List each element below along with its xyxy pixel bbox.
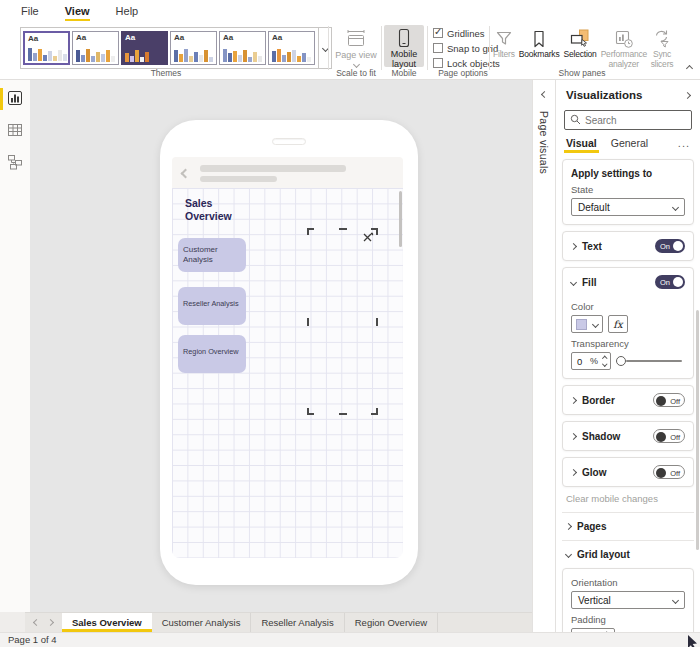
tab-general[interactable]: General: [611, 137, 648, 153]
page-tab-customer-analysis[interactable]: Customer Analysis: [152, 613, 252, 632]
bookmarks-button[interactable]: Bookmarks: [517, 25, 562, 61]
search-box[interactable]: [564, 110, 692, 130]
conditional-formatting-fx-button[interactable]: fx: [608, 315, 628, 333]
selection-icon: [569, 28, 591, 50]
report-canvas: Sales Overview Customer AnalysisReseller…: [30, 80, 532, 612]
checkbox-box: ✓: [433, 28, 443, 38]
visualizations-pane: Visualizations Visual General ... Apply …: [556, 80, 700, 632]
border-toggle[interactable]: Off: [653, 393, 685, 407]
apply-settings-title: Apply settings to: [571, 168, 685, 179]
page-tab-region-overview[interactable]: Region Overview: [345, 613, 438, 632]
theme-thumbnail-1[interactable]: Aa: [23, 31, 70, 65]
collapse-ribbon-button[interactable]: [687, 62, 692, 73]
slider-knob[interactable]: [616, 356, 626, 366]
model-view-button[interactable]: [0, 150, 30, 176]
performance-analyzer-button[interactable]: Performance analyzer: [599, 25, 649, 71]
visual-tile-region-overview[interactable]: Region Overview: [178, 335, 246, 373]
checkbox-snap-to-grid[interactable]: Snap to grid: [433, 41, 493, 55]
tab-visual[interactable]: Visual: [566, 137, 597, 153]
mobile-group-label: Mobile: [384, 68, 424, 78]
theme-thumbnail-2[interactable]: Aa: [72, 31, 119, 65]
page-tab-sales-overview[interactable]: Sales Overview: [62, 613, 152, 632]
expand-pane-chevron[interactable]: [533, 80, 555, 97]
state-value: Default: [578, 202, 610, 213]
themes-gallery-dropdown[interactable]: [318, 28, 331, 68]
powerbi-desktop-window: FileViewHelp AaAaAaAaAaAa Themes Page vi…: [0, 0, 700, 647]
tile-label: Region Overview: [178, 347, 244, 360]
report-view-button[interactable]: [0, 86, 30, 112]
search-input[interactable]: [585, 115, 686, 126]
toggle-knob: [656, 432, 666, 442]
header-title-placeholder: [200, 165, 346, 172]
fill-section-label: Fill: [582, 277, 649, 288]
pages-section-header[interactable]: Pages: [562, 512, 694, 540]
chevron-down-icon: [565, 551, 572, 558]
fill-section-header[interactable]: Fill On: [563, 268, 693, 296]
next-page-icon[interactable]: [47, 619, 54, 626]
menu-item-view[interactable]: View: [52, 1, 103, 21]
menu-item-help[interactable]: Help: [103, 1, 152, 21]
toggle-state-label: Off: [670, 433, 680, 442]
scale-to-fit-group-label: Scale to fit: [331, 68, 381, 78]
panel-scrollbar[interactable]: [696, 310, 699, 550]
previous-page-icon[interactable]: [33, 619, 40, 626]
close-icon: [362, 232, 374, 244]
grid-layout-section-header[interactable]: Grid layout: [562, 540, 694, 568]
shadow-toggle[interactable]: Off: [653, 429, 685, 443]
color-label: Color: [571, 301, 685, 312]
theme-thumbnail-4[interactable]: Aa: [170, 31, 217, 65]
chevron-down-icon: [570, 278, 577, 285]
transparency-value[interactable]: [577, 356, 587, 367]
menu-item-file[interactable]: File: [8, 1, 52, 21]
glow-toggle[interactable]: Off: [653, 465, 685, 479]
text-toggle[interactable]: On: [655, 239, 685, 253]
visual-tile-reseller-analysis[interactable]: Reseller Analysis: [178, 287, 246, 325]
state-dropdown[interactable]: Default: [571, 198, 685, 216]
selection-button[interactable]: Selection: [561, 25, 598, 61]
data-view-button[interactable]: [0, 118, 30, 144]
text-section: Text On: [562, 231, 694, 261]
sync-slicers-button[interactable]: Sync slicers: [649, 25, 676, 71]
expand-pane-icon[interactable]: [684, 91, 691, 98]
orientation-dropdown[interactable]: Vertical: [571, 591, 685, 609]
toggle-state-label: Off: [670, 469, 680, 478]
page-visuals-collapsed-pane[interactable]: Page visuals: [532, 80, 556, 632]
border-section-label: Border: [582, 395, 647, 406]
sync-slicers-icon: [652, 28, 672, 50]
theme-aa-label: Aa: [174, 33, 184, 42]
chevron-right-icon: [570, 242, 577, 249]
page-tab-reseller-analysis[interactable]: Reseller Analysis: [251, 613, 344, 632]
transparency-slider[interactable]: [616, 356, 685, 366]
model-view-icon: [7, 154, 23, 172]
glow-section-header[interactable]: GlowOff: [563, 458, 693, 486]
phone-scrollbar[interactable]: [399, 191, 402, 247]
themes-group-label: Themes: [10, 68, 322, 78]
stepper-icon[interactable]: [601, 357, 607, 366]
slider-track: [626, 360, 682, 362]
text-section-header[interactable]: Text On: [563, 232, 693, 260]
mobile-layout-button[interactable]: Mobile layout: [384, 25, 424, 67]
theme-thumbnail-5[interactable]: Aa: [219, 31, 266, 65]
border-section-header[interactable]: BorderOff: [563, 386, 693, 414]
chevron-down-icon: [672, 203, 679, 210]
shadow-section-header[interactable]: ShadowOff: [563, 422, 693, 450]
page-view-button[interactable]: Page view: [331, 25, 381, 68]
transparency-input[interactable]: %: [571, 352, 611, 370]
theme-aa-label: Aa: [223, 33, 233, 42]
overflow-menu-icon[interactable]: ...: [678, 137, 690, 153]
color-picker[interactable]: [571, 315, 603, 333]
checkbox-gridlines[interactable]: ✓Gridlines: [433, 26, 493, 40]
remove-visual-button[interactable]: [362, 232, 374, 244]
page-visuals-label: Page visuals: [538, 111, 550, 174]
theme-thumbnail-6[interactable]: Aa: [268, 31, 315, 65]
themes-strip: AaAaAaAaAaAa: [21, 28, 315, 68]
mouse-cursor: [687, 635, 700, 647]
visual-tile-customer-analysis[interactable]: Customer Analysis: [178, 238, 246, 272]
phone-mockup: Sales Overview Customer AnalysisReseller…: [160, 120, 418, 585]
page-options-checkbox-group: ✓GridlinesSnap to gridLock objects: [433, 26, 493, 70]
fill-toggle[interactable]: On: [655, 275, 685, 289]
clear-mobile-changes-link[interactable]: Clear mobile changes: [566, 493, 690, 504]
theme-thumbnail-3[interactable]: Aa: [121, 31, 168, 65]
filters-button[interactable]: Filters: [491, 25, 517, 61]
visual-tile-sales-overview[interactable]: Sales Overview: [178, 190, 246, 238]
